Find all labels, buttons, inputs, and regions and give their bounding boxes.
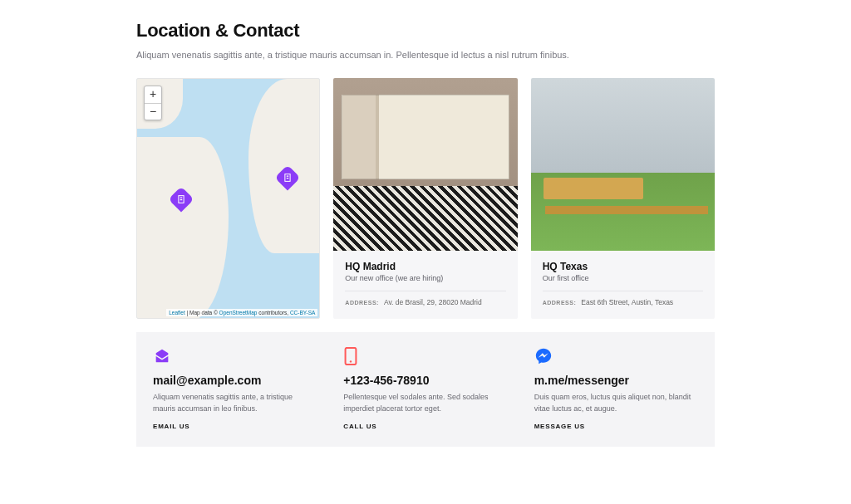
section-subtitle: Aliquam venenatis sagittis ante, a trist… [136,48,715,63]
location-subtitle: Our new office (we are hiring) [345,274,505,282]
address-label: ADDRESS: [345,300,379,306]
contact-desc: Pellentesque vel sodales ante. Sed sodal… [343,392,507,415]
location-title: HQ Texas [543,261,703,272]
map-land-americas [137,137,229,319]
location-address: ADDRESS:East 6th Street, Austin, Texas [543,291,703,306]
contact-desc: Duis quam eros, luctus quis aliquet non,… [534,392,698,415]
zoom-in-button[interactable]: + [145,86,161,103]
location-card-madrid: HQ Madrid Our new office (we are hiring)… [333,78,517,319]
phone-icon [343,347,507,365]
email-us-link[interactable]: EMAIL US [153,423,317,430]
message-us-link[interactable]: MESSAGE US [534,423,698,430]
svg-rect-5 [287,178,289,179]
contact-card-messenger: m.me/messenger Duis quam eros, luctus qu… [534,347,698,431]
call-us-link[interactable]: CALL US [343,423,507,430]
location-title: HQ Madrid [345,261,505,272]
svg-rect-1 [180,197,183,198]
map-attrib-text2: contributors, [257,310,289,316]
address-label: ADDRESS: [543,300,577,306]
contact-card-email: mail@example.com Aliquam venenatis sagit… [153,347,317,431]
location-card-texas: HQ Texas Our first office ADDRESS:East 6… [531,78,715,319]
svg-rect-2 [180,199,183,200]
map[interactable]: + − Leaflet | Map data © OpenStreetMap c… [136,78,320,319]
leaflet-link[interactable]: Leaflet [169,310,185,316]
contact-card-phone: +123-456-78910 Pellentesque vel sodales … [343,347,507,431]
location-photo-madrid [333,78,517,251]
contact-title: mail@example.com [153,374,317,387]
building-icon [283,174,292,182]
location-subtitle: Our first office [543,274,703,282]
contact-title: m.me/messenger [534,374,698,387]
mail-icon [153,347,317,365]
svg-rect-0 [179,195,184,203]
location-address: ADDRESS:Av. de Brasil, 29, 28020 Madrid [345,291,505,306]
address-value: Av. de Brasil, 29, 28020 Madrid [384,298,482,306]
section-title: Location & Contact [136,20,715,42]
osm-link[interactable]: OpenStreetMap [219,310,258,316]
building-icon [177,195,185,203]
svg-rect-4 [287,175,289,176]
map-attrib-text: | Map data © [185,310,219,316]
location-photo-texas [531,78,715,251]
svg-point-7 [350,360,352,362]
contact-desc: Aliquam venenatis sagittis ante, a trist… [153,392,317,415]
map-zoom-control: + − [144,86,162,120]
map-water [137,79,319,318]
zoom-out-button[interactable]: − [145,103,161,120]
license-link[interactable]: CC-BY-SA [290,310,315,316]
contact-title: +123-456-78910 [343,374,507,387]
svg-rect-3 [285,174,290,181]
map-attribution: Leaflet | Map data © OpenStreetMap contr… [166,309,317,316]
messenger-icon [534,347,698,365]
map-land-euroafrica [248,79,319,253]
address-value: East 6th Street, Austin, Texas [581,298,673,306]
contact-row: mail@example.com Aliquam venenatis sagit… [136,332,715,448]
